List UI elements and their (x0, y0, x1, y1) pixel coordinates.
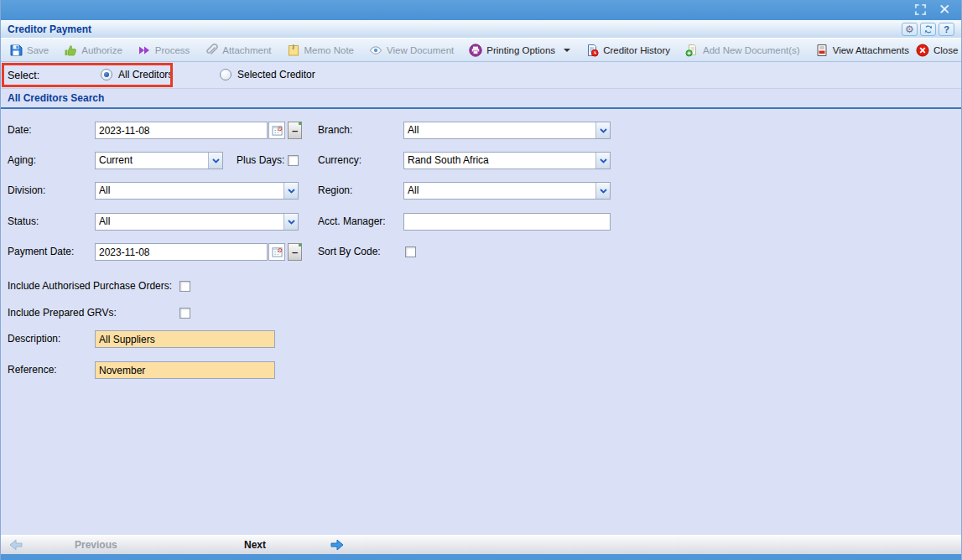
close-button[interactable]: Close (913, 44, 961, 57)
date-minus-button[interactable]: – (288, 122, 302, 139)
window-bottom-edge (0, 554, 962, 560)
branch-select[interactable]: All (403, 122, 611, 139)
section-title: All Creditors Search (1, 89, 961, 109)
main-toolbar: Save Authorize Process Attachment Memo N… (1, 39, 961, 62)
view-attachments-button[interactable]: View Attachments (812, 44, 913, 57)
thumbs-up-icon (64, 44, 77, 57)
region-label: Region: (318, 182, 352, 200)
memo-note-button[interactable]: Memo Note (283, 44, 357, 57)
paperclip-icon (205, 44, 218, 57)
fast-forward-icon (138, 44, 151, 57)
authorize-button[interactable]: Authorize (60, 44, 126, 57)
plus-days-label: Plus Days: (237, 152, 284, 169)
help-button[interactable]: ? (939, 23, 954, 36)
aging-select[interactable]: Current (95, 152, 223, 169)
save-icon (9, 44, 23, 57)
reference-label: Reference: (8, 361, 57, 379)
plus-days-checkbox[interactable] (288, 155, 299, 166)
next-button[interactable]: Next (244, 539, 266, 551)
payment-date-label: Payment Date: (8, 243, 74, 261)
reference-input[interactable] (95, 361, 275, 379)
dropdown-caret-icon (564, 49, 570, 52)
acct-manager-label: Acct. Manager: (318, 213, 386, 231)
chevron-down-icon (208, 153, 222, 169)
sort-by-code-checkbox[interactable] (405, 246, 416, 257)
chevron-down-icon (283, 183, 298, 199)
wizard-nav-bar: Previous Next (1, 535, 961, 554)
refresh-button[interactable] (920, 23, 936, 36)
status-select[interactable]: All (95, 213, 299, 231)
creditor-history-button[interactable]: Creditor History (582, 44, 673, 57)
memo-note-icon (287, 44, 300, 57)
include-authorised-po-checkbox[interactable] (179, 281, 190, 292)
radio-selected-creditor[interactable]: Selected Creditor (220, 69, 315, 80)
view-document-button[interactable]: View Document (366, 44, 457, 57)
aging-label: Aging: (8, 152, 36, 169)
payment-date-minus-button[interactable]: – (288, 243, 302, 261)
window-titlebar: ✕ (0, 0, 962, 20)
gear-icon: ⚙ (905, 24, 914, 34)
all-creditors-search-form: Date: – Branch: All Aging: Current Plus … (1, 111, 961, 535)
sort-by-code-label: Sort By Code: (318, 243, 381, 261)
payment-date-input[interactable] (95, 243, 268, 261)
date-calendar-button[interactable] (268, 122, 285, 139)
page-title: Creditor Payment (1, 23, 902, 35)
history-doc-icon (585, 44, 599, 57)
date-input[interactable] (95, 122, 268, 139)
settings-button[interactable]: ⚙ (902, 23, 918, 36)
include-prepared-grvs-checkbox[interactable] (179, 308, 190, 319)
creditor-payment-window: ✕ Creditor Payment ⚙ ? Save Authorize (0, 0, 962, 560)
previous-arrow-icon[interactable] (9, 539, 23, 554)
refresh-icon (923, 24, 933, 34)
chevron-down-icon (595, 122, 610, 138)
currency-select[interactable]: Rand South Africa (403, 152, 611, 169)
close-red-icon (916, 44, 929, 57)
description-label: Description: (8, 330, 60, 348)
printing-options-button[interactable]: Printing Options (465, 44, 574, 57)
branch-label: Branch: (318, 122, 352, 139)
attachments-doc-icon (815, 44, 829, 57)
radio-button-icon (101, 69, 112, 80)
calendar-icon (272, 125, 283, 136)
next-arrow-icon[interactable] (330, 539, 344, 554)
add-document-icon (685, 44, 699, 57)
add-new-documents-button[interactable]: Add New Document(s) (682, 44, 803, 57)
status-label: Status: (8, 213, 39, 231)
radio-all-creditors[interactable]: All Creditors (101, 69, 173, 80)
currency-label: Currency: (318, 152, 361, 169)
division-label: Division: (8, 182, 45, 200)
attachment-button[interactable]: Attachment (201, 44, 274, 57)
save-button[interactable]: Save (6, 44, 52, 57)
dialog-header: Creditor Payment ⚙ ? (1, 20, 961, 39)
include-authorised-po-label: Include Authorised Purchase Orders: (8, 277, 172, 295)
division-select[interactable]: All (95, 182, 299, 200)
radio-button-icon (220, 69, 231, 80)
select-label: Select: (8, 70, 39, 81)
select-row: Select: All Creditors Selected Creditor (1, 62, 961, 89)
help-icon: ? (944, 24, 949, 34)
include-prepared-grvs-label: Include Prepared GRVs: (8, 304, 117, 322)
calendar-icon (272, 246, 283, 257)
payment-date-calendar-button[interactable] (268, 243, 285, 261)
chevron-down-icon (595, 153, 610, 169)
previous-button[interactable]: Previous (75, 539, 117, 551)
printer-icon (469, 44, 482, 57)
close-icon: ✕ (939, 3, 950, 17)
region-select[interactable]: All (403, 182, 611, 200)
acct-manager-input[interactable] (403, 213, 611, 231)
chevron-down-icon (283, 214, 298, 230)
description-input[interactable] (95, 330, 275, 348)
process-button[interactable]: Process (134, 44, 194, 57)
date-label: Date: (8, 122, 32, 139)
fullscreen-icon (914, 3, 928, 17)
chevron-down-icon (595, 183, 610, 199)
fullscreen-button[interactable] (913, 3, 928, 18)
window-close-button[interactable]: ✕ (937, 3, 952, 18)
eye-icon (369, 44, 382, 57)
